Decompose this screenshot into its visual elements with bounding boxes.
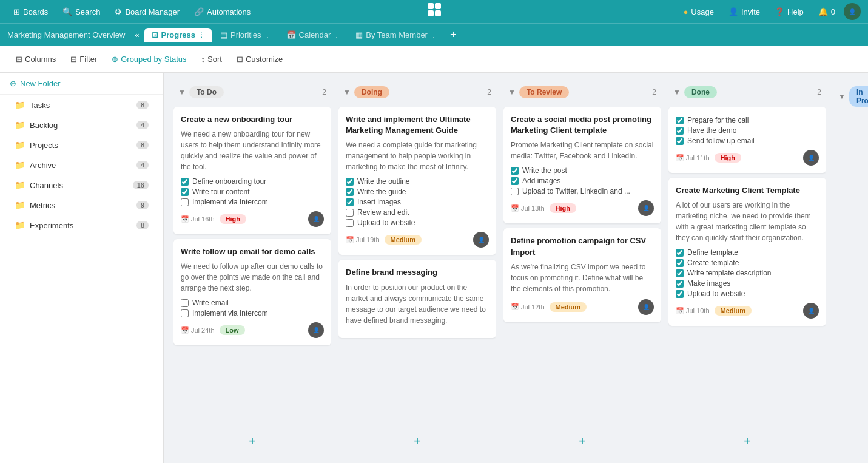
tab-priorities[interactable]: ▤ Priorities ⋮: [213, 28, 278, 42]
sidebar-item-archive[interactable]: 📁 Archive 4: [5, 155, 158, 175]
review-collapse-arrow[interactable]: ▼: [508, 88, 516, 96]
checklist-item: Insert images: [346, 198, 489, 206]
checklist-checkbox[interactable]: [511, 177, 519, 185]
columns-button[interactable]: ⊞ Columns: [10, 52, 62, 67]
done-cards-list: Prepare for the call Have the demo Send …: [668, 107, 826, 427]
board-manager-nav-item[interactable]: ⚙ Board Manager: [109, 5, 186, 19]
priority-badge: High: [220, 214, 246, 224]
automations-icon: 🔗: [194, 7, 204, 16]
sidebar-item-tasks[interactable]: 📁 Tasks 8: [5, 95, 158, 115]
checklist-checkbox[interactable]: [511, 188, 519, 195]
add-card-doing[interactable]: +: [338, 430, 496, 453]
checklist-checkbox[interactable]: [181, 178, 189, 186]
checklist-checkbox[interactable]: [676, 290, 684, 298]
card-date: 📅 Jul 16th: [181, 215, 215, 223]
checklist-item: Prepare for the call: [676, 116, 819, 124]
calendar-icon: 📅: [676, 154, 684, 162]
checklist-label: Write tour content: [192, 188, 250, 196]
add-card-done[interactable]: +: [668, 430, 826, 453]
priority-badge: High: [715, 153, 741, 163]
filter-button[interactable]: ⊟ Filter: [64, 52, 103, 67]
experiments-folder-icon: 📁: [15, 220, 25, 230]
card-onboarding-title: Create a new onboarding tour: [181, 114, 324, 125]
checklist-checkbox[interactable]: [346, 209, 354, 217]
checklist-item: Write the guide: [346, 188, 489, 196]
checklist-label: Write email: [192, 299, 229, 307]
add-card-review[interactable]: +: [503, 430, 661, 453]
checklist-checkbox[interactable]: [346, 219, 354, 227]
columns-icon: ⊞: [16, 55, 22, 64]
priority-badge: Medium: [550, 302, 587, 312]
projects-folder-icon: 📁: [15, 140, 25, 150]
date-label: Jul 19th: [356, 236, 380, 243]
automations-nav-item[interactable]: 🔗 Automations: [188, 5, 257, 19]
add-tab-button[interactable]: +: [445, 26, 462, 44]
progress-tab-dots: ⋮: [198, 32, 204, 38]
checklist-checkbox[interactable]: [181, 198, 189, 206]
checklist-checkbox[interactable]: [511, 167, 519, 175]
team-tab-dots: ⋮: [431, 32, 437, 38]
checklist-label: Implement via Intercom: [192, 198, 268, 206]
tab-by-team-member[interactable]: ▦ By Team Member ⋮: [348, 28, 444, 42]
notifications-nav-item[interactable]: 🔔 0: [812, 5, 841, 19]
checklist-checkbox[interactable]: [676, 117, 684, 124]
new-folder-button[interactable]: ⊕ New Folder: [0, 73, 163, 95]
checklist-label: Write the post: [522, 166, 567, 175]
column-done-header: ▼ Done 2: [668, 83, 826, 102]
column-doing: ▼ Doing 2 Write and implement the Ultima…: [338, 83, 496, 453]
sidebar-item-projects[interactable]: 📁 Projects 8: [5, 135, 158, 155]
search-label: Search: [75, 7, 100, 16]
channels-count: 16: [133, 181, 149, 189]
sort-button[interactable]: ↕ Sort: [195, 52, 228, 67]
doing-collapse-arrow[interactable]: ▼: [343, 88, 351, 96]
card-meta: 📅 Jul 16th High 👤: [181, 211, 324, 227]
automations-label: Automations: [207, 7, 251, 16]
search-nav-item[interactable]: 🔍 Search: [56, 5, 106, 19]
page-title: Marketing Management Overview: [7, 30, 130, 39]
collapse-button[interactable]: «: [131, 29, 143, 41]
boards-nav-item[interactable]: ⊞ Boards: [7, 5, 54, 19]
column-review-header: ▼ To Review 2: [503, 83, 661, 102]
checklist-checkbox[interactable]: [676, 269, 684, 277]
checklist-checkbox[interactable]: [676, 280, 684, 288]
sidebar-item-channels[interactable]: 📁 Channels 16: [5, 175, 158, 195]
checklist-checkbox[interactable]: [346, 198, 354, 206]
sidebar-item-backlog[interactable]: 📁 Backlog 4: [5, 115, 158, 135]
tab-calendar[interactable]: 📅 Calendar ⋮: [279, 28, 348, 42]
checklist-checkbox[interactable]: [181, 188, 189, 196]
checklist-checkbox[interactable]: [676, 127, 684, 135]
filter-label: Filter: [79, 55, 97, 64]
user-avatar[interactable]: 👤: [844, 3, 861, 20]
checklist-item: Upload to website: [346, 218, 489, 227]
add-card-todo[interactable]: +: [173, 430, 331, 453]
checklist-checkbox[interactable]: [676, 137, 684, 145]
backlog-label: Backlog: [30, 121, 58, 130]
checklist-checkbox[interactable]: [676, 259, 684, 267]
customize-button[interactable]: ⊡ Customize: [230, 52, 289, 67]
invite-nav-item[interactable]: 👤 Invite: [722, 5, 766, 19]
done-status-badge: Done: [684, 86, 717, 98]
sidebar-item-metrics[interactable]: 📁 Metrics 9: [5, 195, 158, 215]
checklist-checkbox[interactable]: [181, 309, 189, 317]
backlog-count: 4: [136, 121, 149, 129]
card-date: 📅 Jul 10th: [676, 307, 710, 315]
priority-badge: Medium: [715, 306, 752, 316]
calendar-icon: 📅: [346, 236, 354, 244]
tasks-folder-icon: 📁: [15, 100, 25, 110]
card-avatar: 👤: [638, 299, 654, 315]
columns-label: Columns: [25, 55, 56, 64]
tab-progress[interactable]: ⊡ Progress ⋮: [144, 28, 212, 42]
boards-icon: ⊞: [13, 7, 20, 16]
checklist-checkbox[interactable]: [346, 178, 354, 186]
checklist-checkbox[interactable]: [676, 249, 684, 257]
todo-collapse-arrow[interactable]: ▼: [178, 88, 186, 96]
usage-nav-item[interactable]: ● Usage: [678, 5, 720, 19]
help-nav-item[interactable]: ❓ Help: [769, 5, 810, 19]
review-count: 2: [652, 88, 656, 96]
sidebar-item-experiments[interactable]: 📁 Experiments 8: [5, 215, 158, 235]
grouped-by-status-button[interactable]: ⊜ Grouped by Status: [106, 52, 192, 67]
done-collapse-arrow[interactable]: ▼: [673, 88, 681, 96]
checklist-checkbox[interactable]: [346, 188, 354, 196]
checklist-checkbox[interactable]: [181, 299, 189, 307]
inprogress-collapse-arrow[interactable]: ▼: [838, 92, 846, 101]
